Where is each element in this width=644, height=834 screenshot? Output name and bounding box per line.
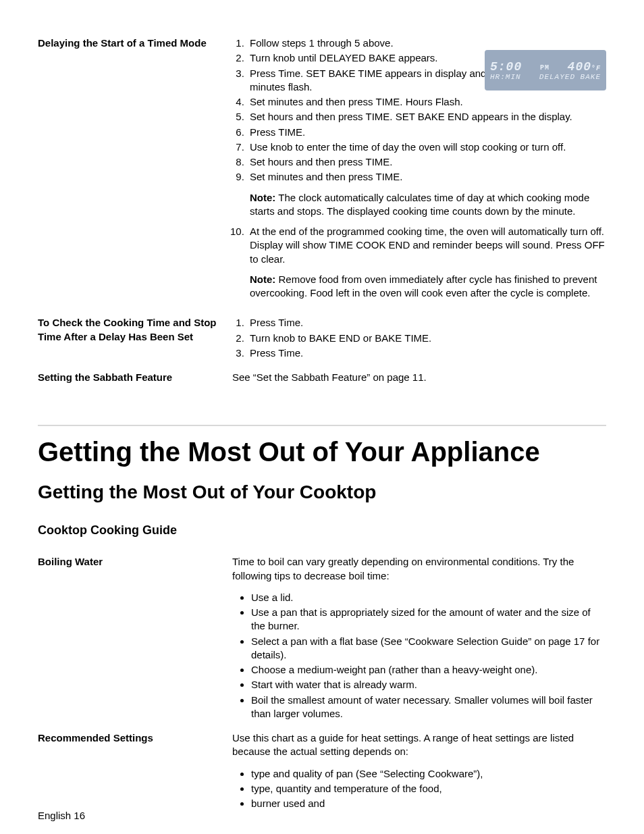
display-temp: 400 — [568, 60, 591, 74]
list-item: Set hours and then press TIME. SET BAKE … — [247, 110, 606, 124]
list-item: Set minutes and then press TIME. — [247, 170, 606, 184]
list-item: Start with water that is already warm. — [251, 678, 606, 692]
recommended-settings-intro: Use this chart as a guide for heat setti… — [232, 731, 606, 759]
list-item: type, quantity and temperature of the fo… — [251, 782, 606, 796]
note-2: Note: Remove food from oven immediately … — [250, 273, 606, 301]
list-item: Use a pan that is appropriately sized fo… — [251, 606, 606, 633]
boiling-water-bullets: Use a lid. Use a pan that is appropriate… — [232, 591, 606, 721]
list-item: Set hours and then press TIME. — [247, 155, 606, 169]
section-divider — [38, 425, 606, 426]
recommended-settings-bullets: type and quality of pan (See “Selecting … — [232, 767, 606, 811]
recommended-settings-heading: Recommended Settings — [38, 731, 232, 745]
list-item: type and quality of pan (See “Selecting … — [251, 767, 606, 781]
delaying-start-step10: At the end of the programmed cooking tim… — [232, 225, 606, 266]
cooktop-guide-h3: Cooktop Cooking Guide — [38, 523, 606, 538]
check-cooking-time-steps: Press Time. Turn knob to BAKE END or BAK… — [232, 316, 606, 360]
delaying-start-heading: Delaying the Start of a Timed Mode — [38, 36, 232, 50]
list-item: Use knob to enter the time of day the ov… — [247, 140, 606, 154]
display-deg: °F — [591, 65, 601, 72]
boiling-water-heading: Boiling Water — [38, 555, 232, 569]
list-item: At the end of the programmed cooking tim… — [247, 225, 606, 266]
list-item: Press Time. — [247, 346, 606, 360]
list-item: Press Time. — [247, 316, 606, 330]
sabbath-feature-text: See “Set the Sabbath Feature” on page 11… — [232, 371, 606, 384]
list-item: Use a lid. — [251, 591, 606, 604]
note-label: Note: — [250, 273, 275, 285]
display-time: 5:00 — [490, 61, 522, 74]
cooktop-h2: Getting the Most Out of Your Cooktop — [38, 481, 606, 503]
note-text: The clock automatically calculates time … — [250, 192, 589, 217]
note-text: Remove food from oven immediately after … — [250, 273, 597, 298]
list-item: Choose a medium-weight pan (rather than … — [251, 663, 606, 677]
display-hrmin: HR:MIN — [490, 74, 521, 82]
boiling-water-intro: Time to boil can vary greatly depending … — [232, 555, 606, 583]
sabbath-feature-heading: Setting the Sabbath Feature — [38, 371, 232, 384]
note-label: Note: — [250, 192, 275, 203]
page-footer: English 16 — [38, 810, 85, 821]
list-item: Select a pan with a flat base (See “Cook… — [251, 635, 606, 662]
list-item: Boil the smallest amount of water necess… — [251, 694, 606, 721]
check-cooking-time-heading: To Check the Cooking Time and Stop Time … — [38, 316, 232, 344]
appliance-h1: Getting the Most Out of Your Appliance — [38, 437, 606, 467]
display-mode: DELAYED BAKE — [539, 74, 601, 82]
note-1: Note: The clock automatically calculates… — [250, 191, 606, 219]
list-item: Follow steps 1 through 5 above. — [247, 36, 606, 50]
list-item: burner used and — [251, 797, 606, 810]
list-item: Turn knob to BAKE END or BAKE TIME. — [247, 332, 606, 345]
list-item: Press Time. SET BAKE TIME appears in dis… — [247, 67, 493, 95]
display-pm: PM — [540, 65, 549, 72]
list-item: Press TIME. — [247, 126, 606, 139]
list-item: Set minutes and then press TIME. Hours F… — [247, 95, 606, 109]
oven-display-graphic: 5:00 PM 400°F HR:MIN DELAYED BAKE — [485, 50, 606, 90]
